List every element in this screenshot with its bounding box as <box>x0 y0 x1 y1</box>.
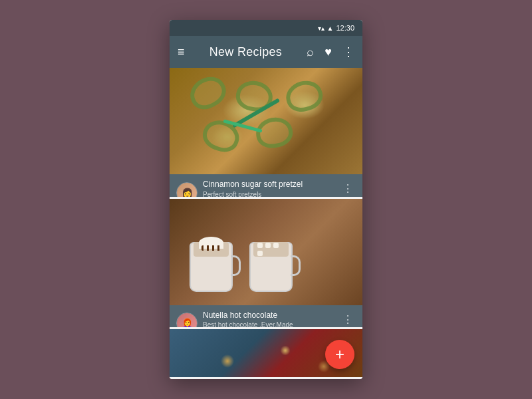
recipe-card-granola[interactable]: + <box>170 329 362 377</box>
pretzel-avatar: 👩 <box>176 182 198 197</box>
pretzel-shape-3 <box>283 77 326 116</box>
signal-icon: ▲ <box>327 25 334 32</box>
mug-top-left <box>194 242 229 257</box>
app-bar: ≡ New Recipes ⌕ ♥ ⋮ <box>170 36 362 68</box>
wifi-icon: ▾▴ <box>318 25 325 32</box>
favorite-icon[interactable]: ♥ <box>325 46 332 58</box>
page-title: New Recipes <box>196 45 297 59</box>
hotchoc-title: Nutella hot chocolate <box>203 311 334 321</box>
choc-drizzle-left <box>201 245 221 251</box>
hotchoc-subtitle: Best hot chocolate .Ever.Made <box>203 321 334 327</box>
pretzel-card-info: 👩 Cinnamon sugar soft pretzel Perfect so… <box>170 174 362 197</box>
pretzel-image <box>170 68 362 174</box>
content-area: 👩 Cinnamon sugar soft pretzel Perfect so… <box>170 68 362 379</box>
mug-top-right <box>253 242 289 257</box>
pretzel-title: Cinnamon sugar soft pretzel <box>203 180 334 190</box>
hotchoc-avatar: 👩‍🦰 <box>176 313 198 327</box>
marsh-1 <box>257 243 263 248</box>
hotchoc-card-info: 👩‍🦰 Nutella hot chocolate Best hot choco… <box>170 305 362 328</box>
more-icon[interactable]: ⋮ <box>342 46 354 58</box>
phone-frame: ▾▴ ▲ 12:30 ≡ New Recipes ⌕ ♥ ⋮ <box>170 20 362 379</box>
pretzel-shape-1 <box>184 70 231 114</box>
marsh-3 <box>273 243 279 248</box>
status-icons: ▾▴ ▲ 12:30 <box>318 24 354 32</box>
marsh-4 <box>257 251 263 256</box>
pretzel-shape-5 <box>254 115 295 151</box>
status-bar: ▾▴ ▲ 12:30 <box>170 20 362 36</box>
search-icon[interactable]: ⌕ <box>307 46 314 58</box>
hotchoc-card-text: Nutella hot chocolate Best hot chocolate… <box>203 311 334 328</box>
mug-left <box>190 242 233 292</box>
hotchoc-image <box>170 199 362 305</box>
recipe-card-hotchoc[interactable]: 👩‍🦰 Nutella hot chocolate Best hot choco… <box>170 199 362 328</box>
pretzel-avatar-image: 👩 <box>177 183 197 197</box>
menu-icon[interactable]: ≡ <box>178 46 185 58</box>
marsh-2 <box>265 243 271 248</box>
pretzel-subtitle: Perfect soft pretzels <box>203 191 334 197</box>
hotchoc-avatar-image: 👩‍🦰 <box>177 313 197 327</box>
hotchoc-more-icon[interactable]: ⋮ <box>340 311 356 328</box>
pretzel-more-icon[interactable]: ⋮ <box>340 180 356 197</box>
pretzel-card-text: Cinnamon sugar soft pretzel Perfect soft… <box>203 180 334 197</box>
mug-right <box>249 242 293 292</box>
recipe-card-pretzel[interactable]: 👩 Cinnamon sugar soft pretzel Perfect so… <box>170 68 362 197</box>
pretzel-shape-2 <box>234 78 275 114</box>
marshmallows <box>257 242 285 252</box>
fab-add-button[interactable]: + <box>325 340 354 369</box>
status-time: 12:30 <box>336 24 354 32</box>
